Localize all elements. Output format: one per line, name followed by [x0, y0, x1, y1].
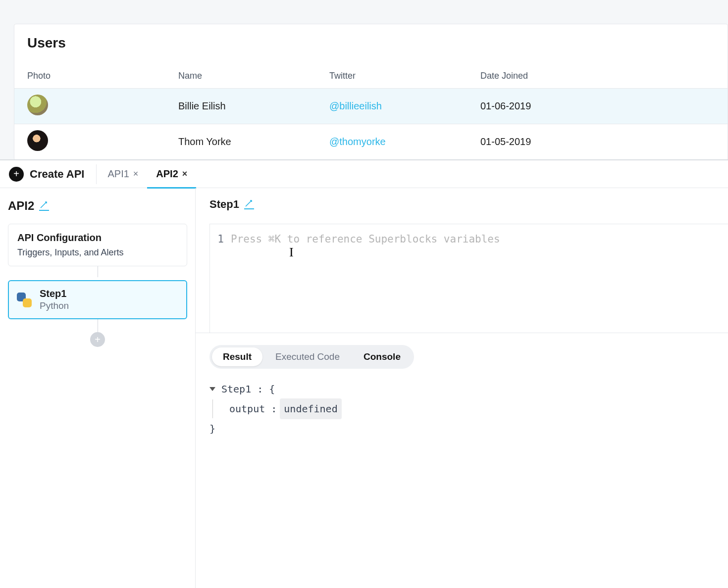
results-section: Result Executed Code Console Step1 : { o… — [196, 333, 728, 450]
step-header: Step1 — [196, 188, 728, 217]
step-connector — [98, 266, 98, 277]
seg-executed[interactable]: Executed Code — [264, 347, 351, 366]
user-twitter-cell[interactable]: @billieeilish — [329, 100, 480, 112]
user-photo-cell — [27, 95, 178, 118]
code-editor[interactable]: 1 Press ⌘K to reference Superblocks vari… — [209, 224, 728, 333]
col-header-twitter[interactable]: Twitter — [329, 71, 480, 81]
user-name-cell: Billie Eilish — [178, 100, 329, 112]
users-title: Users — [14, 24, 728, 64]
api-name: API2 — [8, 199, 34, 213]
close-icon[interactable]: × — [133, 169, 139, 179]
user-photo-cell — [27, 130, 178, 153]
user-name-cell: Thom Yorke — [178, 136, 329, 147]
right-pane: Step1 1 Press ⌘K to reference Superblock… — [196, 188, 728, 588]
api-config-box[interactable]: API Configuration Triggers, Inputs, and … — [8, 224, 187, 266]
step-connector — [98, 319, 98, 332]
table-row[interactable]: Thom Yorke @thomyorke 01-05-2019 — [14, 124, 728, 160]
create-api-button[interactable]: + Create API — [9, 167, 96, 182]
tree-close-row: } — [209, 419, 714, 438]
edit-icon[interactable] — [244, 199, 254, 209]
tab-divider — [96, 164, 97, 184]
step-box[interactable]: Step1 Python — [8, 280, 187, 319]
tree-output-row: output : undefined — [209, 398, 714, 419]
seg-console[interactable]: Console — [353, 347, 412, 366]
config-subtitle: Triggers, Inputs, and Alerts — [17, 247, 178, 258]
api-name-row: API2 — [8, 199, 187, 213]
editor-placeholder: Press ⌘K to reference Superblocks variab… — [231, 233, 500, 245]
step-name: Step1 — [40, 288, 69, 299]
col-header-name[interactable]: Name — [178, 71, 329, 81]
col-header-date[interactable]: Date Joined — [480, 71, 715, 81]
tree-root-label: Step1 : { — [221, 380, 275, 398]
result-segmented-control: Result Executed Code Console — [209, 345, 414, 369]
user-date-cell: 01-06-2019 — [480, 100, 715, 112]
tree-output-value: undefined — [280, 398, 341, 419]
left-pane: API2 API Configuration Triggers, Inputs,… — [0, 188, 196, 588]
tab-label: API2 — [156, 168, 178, 180]
table-row[interactable]: Billie Eilish @billieeilish 01-06-2019 — [14, 89, 728, 124]
users-table: Photo Name Twitter Date Joined Billie Ei… — [14, 64, 728, 160]
create-api-label: Create API — [30, 168, 84, 181]
config-title: API Configuration — [17, 232, 178, 244]
col-header-photo[interactable]: Photo — [27, 71, 178, 81]
tree-output-key: output : — [229, 399, 277, 418]
api-builder-panel: + Create API API1 × API2 × API2 API Conf… — [0, 159, 728, 588]
users-card: Users Photo Name Twitter Date Joined Bil… — [14, 24, 728, 160]
tab-label: API1 — [107, 168, 129, 180]
plus-icon: + — [9, 167, 24, 182]
edit-icon[interactable] — [39, 201, 49, 211]
step-text: Step1 Python — [40, 288, 69, 311]
tree-root-row[interactable]: Step1 : { — [209, 380, 714, 398]
close-icon[interactable]: × — [182, 169, 188, 179]
tree-close-brace: } — [209, 419, 215, 438]
tab-api2[interactable]: API2 × — [147, 160, 196, 188]
caret-down-icon[interactable] — [209, 387, 215, 391]
code-line: 1 Press ⌘K to reference Superblocks vari… — [210, 224, 728, 245]
user-twitter-cell[interactable]: @thomyorke — [329, 136, 480, 147]
tab-strip: + Create API API1 × API2 × — [0, 160, 728, 188]
python-icon — [17, 293, 32, 307]
avatar — [27, 130, 48, 151]
text-cursor-icon: I — [289, 245, 294, 260]
step-lang: Python — [40, 300, 69, 311]
result-tree: Step1 : { output : undefined } — [209, 380, 714, 438]
add-step-button[interactable]: + — [90, 332, 105, 347]
users-header-row: Photo Name Twitter Date Joined — [14, 64, 728, 89]
user-date-cell: 01-05-2019 — [480, 136, 715, 147]
tree-indent — [212, 399, 223, 418]
step-title: Step1 — [209, 198, 239, 211]
seg-result[interactable]: Result — [212, 347, 262, 366]
line-number: 1 — [210, 233, 231, 245]
avatar — [27, 95, 48, 115]
tab-api1[interactable]: API1 × — [99, 160, 147, 188]
lower-split: API2 API Configuration Triggers, Inputs,… — [0, 188, 728, 588]
